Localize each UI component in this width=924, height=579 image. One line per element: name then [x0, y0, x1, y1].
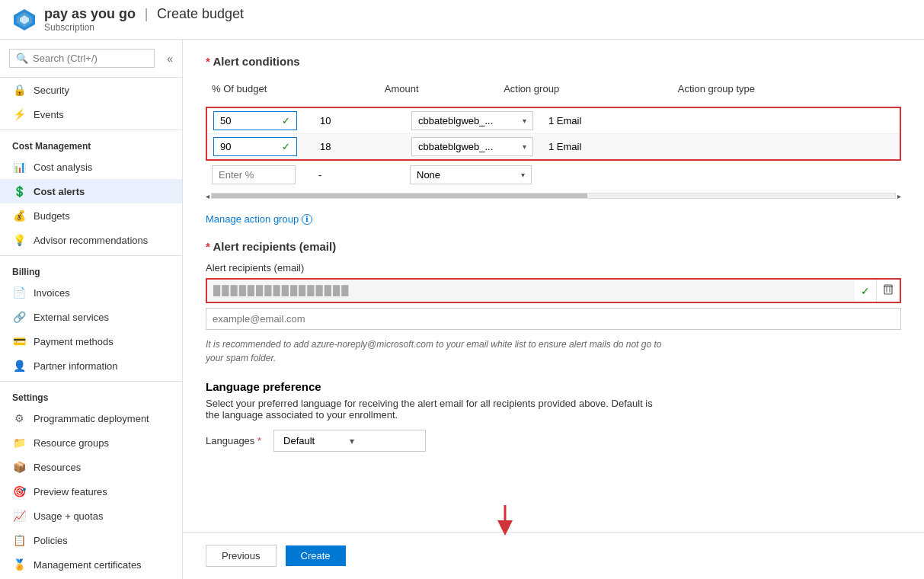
required-marker-lang: * — [257, 435, 261, 446]
sidebar-item-label: Budgets — [34, 210, 70, 222]
sidebar-item-label: Usage + quotas — [34, 510, 103, 522]
scroll-right-arrow[interactable]: ▸ — [897, 192, 901, 200]
pct-input-1[interactable]: 50 ✓ — [213, 111, 297, 130]
alert-recipients-title: * Alert recipients (email) — [206, 240, 901, 253]
sidebar-item-label: Resource groups — [34, 437, 109, 449]
language-dropdown[interactable]: Default ▾ — [273, 430, 426, 452]
sidebar-scroll: 🔒 Security ⚡ Events Cost Management 📊 Co… — [0, 78, 182, 579]
sidebar-item-partner-info[interactable]: 👤 Partner information — [0, 353, 182, 378]
scroll-thumb — [212, 194, 587, 198]
language-label: Languages * — [206, 435, 261, 446]
email-field-label: Alert recipients (email) — [206, 262, 901, 274]
header-text: pay as you go | Create budget Subscripti… — [44, 6, 244, 33]
external-services-icon: 🔗 — [12, 310, 26, 324]
action-group-dropdown-2[interactable]: cbbateblgweb_... ▾ — [411, 137, 533, 156]
manage-action-group-link[interactable]: Manage action group ℹ — [206, 213, 312, 225]
language-section-title: Language preference — [206, 380, 901, 393]
sidebar-item-payment-methods[interactable]: 💳 Payment methods — [0, 329, 182, 353]
sidebar-item-security[interactable]: 🔒 Security — [0, 78, 182, 102]
sidebar-item-label: Resources — [34, 462, 81, 473]
sidebar: 🔍 « 🔒 Security ⚡ Events Cost Management … — [0, 40, 183, 579]
search-box[interactable]: 🔍 — [9, 49, 155, 68]
page-header: pay as you go | Create budget Subscripti… — [0, 0, 924, 40]
search-input[interactable] — [33, 53, 148, 64]
email-placeholder-input[interactable] — [206, 308, 901, 330]
invoices-icon: 📄 — [12, 286, 26, 299]
email-hint-text: It is recommended to add azure-noreply@m… — [206, 337, 663, 365]
sidebar-item-label: Policies — [34, 535, 68, 546]
usage-quotas-icon: 📈 — [12, 509, 26, 523]
language-row: Languages * Default ▾ — [206, 430, 901, 452]
sidebar-item-cost-alerts[interactable]: 💲 Cost alerts — [0, 179, 182, 203]
alert-conditions-table: % Of budget Amount Action group Action g… — [206, 80, 901, 101]
sidebar-item-label: Cost analysis — [34, 162, 92, 173]
sidebar-item-events[interactable]: ⚡ Events — [0, 102, 182, 126]
budgets-icon: 💰 — [12, 209, 26, 222]
language-value: Default — [283, 435, 350, 446]
sidebar-item-label: Advisor recommendations — [34, 235, 148, 246]
lang-dropdown-arrow: ▾ — [350, 436, 416, 446]
main-content: * Alert conditions % Of budget Amount Ac… — [183, 40, 924, 532]
sidebar-item-preview-features[interactable]: 🎯 Preview features — [0, 479, 182, 504]
action-type-value-2: 1 Email — [548, 141, 581, 152]
amount-dash: - — [318, 169, 410, 181]
cost-analysis-icon: 📊 — [12, 160, 26, 174]
email-input-row: ✓ — [206, 278, 901, 303]
page-subtitle: Create budget — [157, 6, 244, 21]
policies-icon: 📋 — [12, 533, 26, 547]
col-action-type: Action group type — [672, 80, 901, 101]
email-input-filled[interactable] — [207, 280, 855, 301]
sidebar-item-label: Events — [34, 109, 64, 120]
language-description: Select your preferred language for recei… — [206, 398, 663, 421]
sidebar-item-budgets[interactable]: 💰 Budgets — [0, 203, 182, 228]
sidebar-item-policies[interactable]: 📋 Policies — [0, 528, 182, 552]
sidebar-item-advisor[interactable]: 💡 Advisor recommendations — [0, 228, 182, 252]
sidebar-item-mgmt-certs[interactable]: 🏅 Management certificates — [0, 552, 182, 577]
sidebar-item-label: Payment methods — [34, 336, 114, 347]
sidebar-item-label: Programmatic deployment — [34, 413, 149, 424]
action-group-dropdown-1[interactable]: cbbateblgweb_... ▾ — [411, 111, 533, 130]
pct-input-empty[interactable] — [212, 165, 296, 184]
footer: Previous Create — [183, 532, 924, 579]
sidebar-item-label: Preview features — [34, 486, 107, 497]
preview-features-icon: 🎯 — [12, 485, 26, 498]
sidebar-item-label: Management certificates — [34, 559, 142, 571]
search-icon: 🔍 — [16, 53, 28, 64]
sidebar-item-resources[interactable]: 📦 Resources — [0, 455, 182, 479]
none-dropdown[interactable]: None ▾ — [410, 165, 532, 184]
sidebar-item-external-services[interactable]: 🔗 External services — [0, 305, 182, 329]
horizontal-scrollbar[interactable]: ◂ ▸ — [206, 190, 901, 201]
pct-input-2[interactable]: 90 ✓ — [213, 137, 297, 156]
events-icon: ⚡ — [12, 107, 26, 121]
sidebar-item-programmatic[interactable]: ⚙ Programmatic deployment — [0, 406, 182, 430]
advisor-icon: 💡 — [12, 233, 26, 247]
create-button[interactable]: Create — [286, 545, 346, 566]
cost-alerts-icon: 💲 — [12, 184, 26, 198]
cost-management-section-label: Cost Management — [0, 133, 182, 155]
mgmt-certs-icon: 🏅 — [12, 558, 26, 571]
arrow-indicator — [494, 505, 516, 538]
sidebar-item-label: Security — [34, 85, 69, 96]
pct-value-2: 90 — [220, 141, 282, 152]
sidebar-item-label: Partner information — [34, 360, 118, 372]
svg-marker-8 — [497, 520, 513, 536]
none-dropdown-arrow: ▾ — [521, 171, 525, 179]
col-amount: Amount — [379, 80, 497, 101]
sidebar-item-label: External services — [34, 312, 109, 323]
sidebar-item-usage-quotas[interactable]: 📈 Usage + quotas — [0, 504, 182, 528]
dropdown-arrow-2: ▾ — [523, 142, 526, 151]
alert-row-1: 50 ✓ 10 cbbateblgweb_... ▾ 1 Email — [207, 108, 900, 134]
previous-button[interactable]: Previous — [206, 545, 277, 567]
app-icon — [12, 8, 37, 32]
alert-conditions-section: * Alert conditions % Of budget Amount Ac… — [206, 55, 901, 225]
sidebar-item-cost-analysis[interactable]: 📊 Cost analysis — [0, 155, 182, 179]
collapse-sidebar-button[interactable]: « — [161, 50, 179, 68]
pct-value-1: 50 — [220, 115, 282, 126]
scroll-left-arrow[interactable]: ◂ — [206, 192, 209, 200]
email-check-button[interactable]: ✓ — [855, 280, 876, 302]
sidebar-item-resource-groups[interactable]: 📁 Resource groups — [0, 430, 182, 455]
payment-methods-icon: 💳 — [12, 334, 26, 348]
programmatic-icon: ⚙ — [12, 411, 26, 425]
sidebar-item-invoices[interactable]: 📄 Invoices — [0, 280, 182, 305]
email-delete-button[interactable] — [876, 280, 900, 302]
